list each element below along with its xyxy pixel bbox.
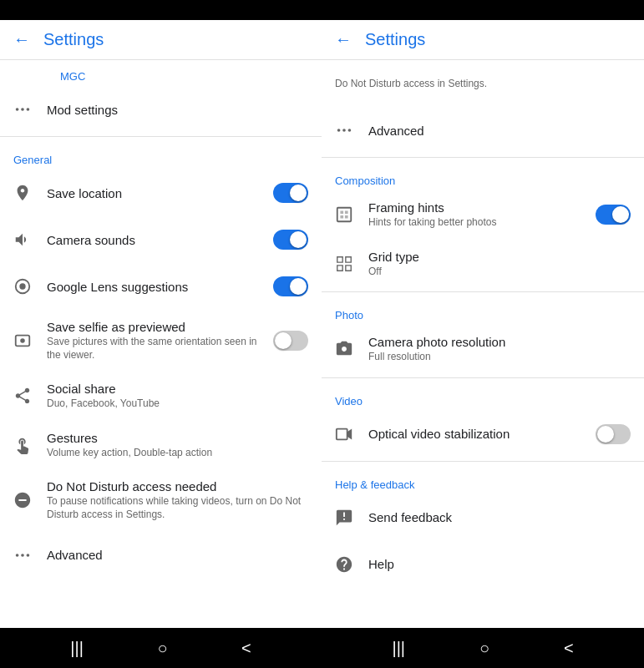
right-content: Do Not Disturb access in Settings. Advan… [322,60,644,628]
right-settings-title: Settings [365,30,425,49]
save-selfie-toggle-wrap[interactable] [273,331,308,351]
save-location-toggle[interactable] [273,183,308,203]
dnd-subtitle: To pause notifications while taking vide… [47,495,308,521]
help-icon [335,555,368,574]
feedback-icon [335,509,368,527]
svg-point-4 [19,283,25,289]
photo-section-label: Photo [322,296,644,325]
camera-photo-res-subtitle: Full resolution [368,351,631,364]
framing-hints-text: Framing hints Hints for taking better ph… [368,200,586,230]
save-selfie-title: Save selfie as previewed [47,320,263,334]
right-advanced-icon [335,121,368,139]
save-location-toggle-wrap[interactable] [273,183,308,203]
left-header: ← Settings [0,20,322,60]
optical-video-stab-toggle-wrap[interactable] [596,424,631,444]
help-title: Help [368,557,631,571]
divider-r3 [322,377,644,378]
send-feedback-item[interactable]: Send feedback [322,494,644,541]
camera-sounds-knob [290,231,307,248]
svg-point-8 [21,554,24,557]
dnd-note: Do Not Disturb access in Settings. [335,78,631,91]
save-location-title: Save location [47,186,263,200]
grid-type-item[interactable]: Grid type Off [322,240,644,289]
save-location-item[interactable]: Save location [0,170,322,216]
google-lens-knob [290,278,307,295]
camera-photo-res-title: Camera photo resolution [368,335,631,349]
optical-video-stab-toggle[interactable] [596,424,631,444]
right-advanced-item[interactable]: Advanced [322,107,644,154]
svg-point-10 [337,129,341,132]
framing-hints-toggle[interactable] [596,205,631,225]
svg-rect-13 [337,208,352,222]
framing-hints-subtitle: Hints for taking better photos [368,216,586,230]
google-lens-toggle[interactable] [273,276,308,296]
left-settings-title: Settings [43,30,104,49]
grid-icon [335,255,368,273]
dnd-item[interactable]: Do Not Disturb access needed To pause no… [0,469,322,531]
dnd-icon [13,491,47,509]
camera-sounds-toggle[interactable] [273,230,308,250]
right-nav-circle[interactable]: ○ [479,639,489,658]
divider-1 [0,136,322,137]
left-nav-back[interactable]: < [241,639,251,658]
gestures-item[interactable]: Gestures Volume key action, Double-tap a… [0,421,322,470]
camera-photo-res-item[interactable]: Camera photo resolution Full resolution [322,325,644,374]
divider-r1 [322,157,644,158]
right-nav-lines[interactable]: ||| [392,639,405,658]
save-selfie-item[interactable]: Save selfie as previewed Save pictures w… [0,310,322,372]
optical-video-stab-item[interactable]: Optical video stabilization [322,411,644,458]
general-section-label: General [0,140,322,170]
mgc-label: MGC [0,60,322,86]
right-nav-back[interactable]: < [564,639,574,658]
dnd-title: Do Not Disturb access needed [47,479,308,493]
google-lens-item[interactable]: Google Lens suggestions [0,263,322,310]
left-nav-lines[interactable]: ||| [70,639,84,658]
gestures-title: Gestures [47,431,308,445]
camera-sounds-toggle-wrap[interactable] [273,230,308,250]
grid-type-text: Grid type Off [368,250,631,279]
grid-type-title: Grid type [368,250,631,264]
optical-video-stab-title: Optical video stabilization [368,427,586,441]
divider-r2 [322,291,644,292]
left-nav-circle[interactable]: ○ [157,639,167,658]
save-selfie-text: Save selfie as previewed Save pictures w… [47,320,263,362]
dnd-note-text: Do Not Disturb access in Settings. [335,76,631,91]
gestures-text: Gestures Volume key action, Double-tap a… [47,431,308,460]
advanced-item[interactable]: Advanced [0,532,322,579]
save-selfie-knob [275,332,292,349]
dnd-note-item: Do Not Disturb access in Settings. [322,60,644,107]
right-back-button[interactable]: ← [335,30,352,49]
social-share-item[interactable]: Social share Duo, Facebook, YouTube [0,372,322,421]
volume-icon [13,230,47,249]
save-selfie-toggle[interactable] [273,331,308,351]
camera-sounds-text: Camera sounds [47,233,263,247]
svg-point-12 [348,129,352,132]
optical-video-stab-knob [597,426,614,443]
framing-hints-item[interactable]: Framing hints Hints for taking better ph… [322,190,644,240]
svg-point-11 [342,129,346,132]
advanced-title: Advanced [47,548,308,562]
advanced-dots-icon [13,546,47,564]
help-text: Help [368,557,631,571]
share-icon [13,387,47,405]
mod-settings-item[interactable]: Mod settings [0,86,322,133]
right-advanced-text: Advanced [368,124,631,138]
video-section-label: Video [322,382,644,411]
help-section-label: Help & feedback [322,465,644,494]
gestures-subtitle: Volume key action, Double-tap action [47,447,308,460]
social-share-text: Social share Duo, Facebook, YouTube [47,382,308,411]
google-lens-toggle-wrap[interactable] [273,276,308,296]
right-bottom-nav: ||| ○ < [322,628,644,668]
framing-hints-toggle-wrap[interactable] [596,205,631,225]
svg-rect-14 [337,428,347,439]
help-item[interactable]: Help [322,541,644,588]
right-status-bar [322,0,644,20]
save-selfie-subtitle: Save pictures with the same orientation … [47,336,263,362]
svg-point-0 [16,108,19,111]
svg-point-2 [27,108,30,111]
gesture-icon [13,436,47,454]
svg-point-6 [20,338,25,343]
left-back-button[interactable]: ← [13,30,30,49]
camera-sounds-item[interactable]: Camera sounds [0,216,322,263]
framing-hints-title: Framing hints [368,200,586,215]
